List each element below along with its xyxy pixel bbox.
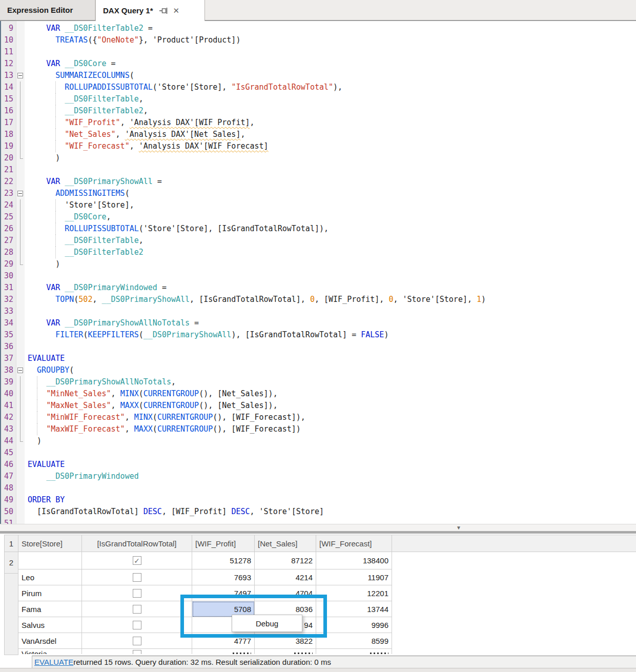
cell-wif-profit[interactable]: 7693 <box>192 569 255 585</box>
column-header-store[interactable]: Store[Store] <box>18 535 82 552</box>
collapse-results-icon[interactable]: ▼ <box>456 525 461 531</box>
cell-store[interactable] <box>18 552 82 569</box>
code-line[interactable]: 25 __DS0Core, <box>1 211 636 223</box>
code-line[interactable]: 19 "WIF_Forecast", 'Analysis DAX'[WIF Fo… <box>1 140 636 152</box>
code-line[interactable]: 39 __DS0PrimaryShowAllNoTotals, <box>1 376 636 388</box>
cell-wif-forecast[interactable]: 13744 <box>316 601 392 617</box>
code-line[interactable]: 26 ROLLUPISSUBTOTAL('Store'[Store], [IsG… <box>1 223 636 235</box>
fold-gutter-cell <box>16 518 25 524</box>
cell-store[interactable]: Fama <box>18 601 82 617</box>
column-header-net-sales[interactable]: [Net_Sales] <box>255 535 316 552</box>
code-line[interactable]: 45 <box>1 447 636 459</box>
code-line[interactable]: 31 VAR __DS0PrimaryWindowed = <box>1 282 636 294</box>
code-line[interactable]: 24 'Store'[Store], <box>1 199 636 211</box>
cell-wif-forecast[interactable]: 138400 <box>316 552 392 569</box>
code-line[interactable]: 27 __DS0FilterTable, <box>1 235 636 247</box>
close-icon[interactable]: ✕ <box>173 7 180 14</box>
code-line[interactable]: 33 <box>1 306 636 317</box>
code-line[interactable]: 11 <box>1 46 636 58</box>
code-line[interactable]: 13 SUMMARIZECOLUMNS( <box>1 70 636 82</box>
cell-net-sales[interactable] <box>255 649 316 654</box>
cell-net-sales[interactable]: 4214 <box>255 569 316 585</box>
cell-store[interactable]: Victoria <box>18 649 82 654</box>
column-header-is-grand-total[interactable]: [IsGrandTotalRowTotal] <box>82 535 192 552</box>
code-line[interactable]: 34 VAR __DS0PrimaryShowAllNoTotals = <box>1 317 636 329</box>
code-line[interactable]: 30 <box>1 270 636 282</box>
code-line[interactable]: 49ORDER BY <box>1 494 636 506</box>
pin-icon[interactable] <box>159 7 168 14</box>
cell-wif-profit[interactable] <box>192 649 255 654</box>
cell-is-grand-total[interactable] <box>82 649 192 654</box>
checkbox-unchecked[interactable] <box>133 650 141 654</box>
code-text <box>25 270 28 282</box>
debug-menu-item[interactable]: Debug <box>256 619 278 628</box>
code-line[interactable]: 9 VAR __DS0FilterTable2 = <box>1 23 636 34</box>
cell-is-grand-total[interactable] <box>82 585 192 601</box>
code-line[interactable]: 41 "MaxNet_Sales", MAXX(CURRENTGROUP(), … <box>1 400 636 412</box>
code-line[interactable]: 12 VAR __DS0Core = <box>1 58 636 70</box>
cell-store[interactable]: VanArsdel <box>18 633 82 649</box>
code-line[interactable]: 22 VAR __DS0PrimaryShowAll = <box>1 176 636 188</box>
editor-results-splitter[interactable]: ▼ <box>0 524 636 534</box>
column-header-wif-forecast[interactable]: [WIF_Forecast] <box>316 535 392 552</box>
code-line[interactable]: 23 ADDMISSINGITEMS( <box>1 188 636 199</box>
code-line[interactable]: 18 "Net_Sales", 'Analysis DAX'[Net Sales… <box>1 129 636 140</box>
dax-code-editor[interactable]: 9 VAR __DS0FilterTable2 =10 TREATAS({"On… <box>0 21 636 524</box>
cell-store[interactable]: Leo <box>18 569 82 585</box>
checkbox-unchecked[interactable] <box>133 621 141 629</box>
code-line[interactable]: 36 <box>1 341 636 353</box>
cell-is-grand-total[interactable] <box>82 569 192 585</box>
cell-wif-forecast[interactable] <box>316 649 392 654</box>
code-line[interactable]: 10 TREATAS({"OneNote"}, 'Product'[Produc… <box>1 34 636 46</box>
fold-collapse-icon[interactable] <box>16 188 25 199</box>
code-line[interactable]: 44 ) <box>1 435 636 447</box>
tab-dax-query[interactable]: DAX Query 1* ✕ <box>95 0 205 21</box>
code-line[interactable]: 40 "MinNet_Sales", MINX(CURRENTGROUP(), … <box>1 388 636 400</box>
code-line[interactable]: 15 __DS0FilterTable, <box>1 93 636 105</box>
cell-wif-forecast[interactable]: 8599 <box>316 633 392 649</box>
code-line[interactable]: 35 FILTER(KEEPFILTERS(__DS0PrimaryShowAl… <box>1 329 636 341</box>
code-line[interactable]: 16 __DS0FilterTable2, <box>1 105 636 117</box>
cell-wif-forecast[interactable]: 11907 <box>316 569 392 585</box>
code-line[interactable]: 42 "MinWIF_Forecast", MINX(CURRENTGROUP(… <box>1 412 636 423</box>
checkbox-unchecked[interactable] <box>133 589 141 598</box>
cell-is-grand-total[interactable] <box>82 617 192 633</box>
cell-net-sales[interactable]: 87122 <box>255 552 316 569</box>
code-line[interactable]: 21 <box>1 164 636 176</box>
checkbox-unchecked[interactable] <box>133 573 141 582</box>
code-text: __DS0FilterTable, <box>25 235 143 247</box>
code-line[interactable]: 14 ROLLUPADDISSUBTOTAL('Store'[Store], "… <box>1 82 636 93</box>
cell-wif-forecast[interactable]: 9996 <box>316 617 392 633</box>
fold-collapse-icon[interactable] <box>16 364 25 376</box>
cell-is-grand-total[interactable] <box>82 633 192 649</box>
code-line[interactable]: 32 TOPN(502, __DS0PrimaryShowAll, [IsGra… <box>1 294 636 306</box>
code-line[interactable]: 37EVALUATE <box>1 353 636 364</box>
row-header-1[interactable]: 1 <box>4 535 18 552</box>
code-line[interactable]: 47 __DS0PrimaryWindowed <box>1 471 636 482</box>
fold-collapse-icon[interactable] <box>16 70 25 82</box>
code-line[interactable]: 50 [IsGrandTotalRowTotal] DESC, [WIF_Pro… <box>1 506 636 518</box>
checkbox-unchecked[interactable] <box>133 637 141 645</box>
checkbox-checked[interactable]: ✓ <box>133 556 141 565</box>
code-line[interactable]: 17 "WIF_Profit", 'Analysis DAX'[WIF Prof… <box>1 117 636 129</box>
code-line[interactable]: 43 "MaxWIF_Forecast", MAXX(CURRENTGROUP(… <box>1 423 636 435</box>
code-line[interactable]: 46EVALUATE <box>1 459 636 471</box>
tab-expression-editor[interactable]: Expression Editor <box>0 0 95 20</box>
evaluate-link[interactable]: EVALUATE <box>34 658 73 666</box>
cell-store[interactable]: Pirum <box>18 585 82 601</box>
cell-wif-forecast[interactable]: 12201 <box>316 585 392 601</box>
fold-gutter-cell <box>16 306 25 317</box>
cell-store[interactable]: Salvus <box>18 617 82 633</box>
checkbox-unchecked[interactable] <box>133 605 141 614</box>
cell-is-grand-total[interactable]: ✓ <box>82 552 192 569</box>
row-header-2[interactable]: 2 <box>4 552 18 574</box>
code-line[interactable]: 48 <box>1 482 636 494</box>
column-header-wif-profit[interactable]: [WIF_Profit] <box>192 535 255 552</box>
code-line[interactable]: 29 ) <box>1 258 636 270</box>
code-line[interactable]: 28 __DS0FilterTable2 <box>1 247 636 258</box>
cell-wif-profit[interactable]: 51278 <box>192 552 255 569</box>
cell-is-grand-total[interactable] <box>82 601 192 617</box>
code-line[interactable]: 51 <box>1 518 636 524</box>
code-line[interactable]: 20 ) <box>1 152 636 164</box>
code-line[interactable]: 38 GROUPBY( <box>1 364 636 376</box>
